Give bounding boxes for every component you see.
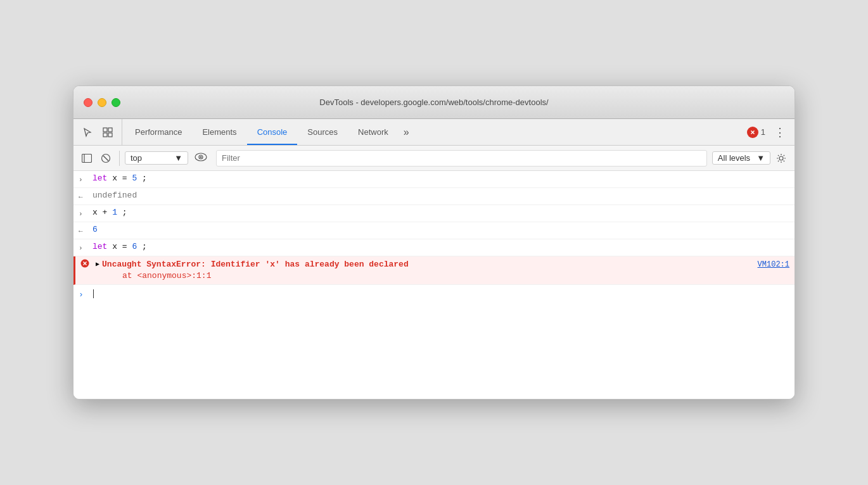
tab-console[interactable]: Console <box>247 119 298 145</box>
svg-point-13 <box>200 156 202 158</box>
error-badge-group: 1 <box>747 127 765 138</box>
clear-console-icon[interactable] <box>98 150 114 167</box>
error-count: 1 <box>761 127 765 137</box>
log-levels-selector[interactable]: All levels ▼ <box>712 151 770 165</box>
title-bar: DevTools - developers.google.com/web/too… <box>73 86 795 119</box>
window-title: DevTools - developers.google.com/web/too… <box>319 98 548 107</box>
tab-performance[interactable]: Performance <box>125 119 192 145</box>
context-selector[interactable]: top ▼ <box>125 151 188 165</box>
minimize-button[interactable] <box>98 98 106 107</box>
console-input-1: › let x = 5 ; <box>73 171 795 188</box>
tab-elements[interactable]: Elements <box>192 119 246 145</box>
error-sub: at <anonymous>:1:1 <box>102 270 758 282</box>
toolbar-separator <box>119 151 120 166</box>
svg-line-10 <box>103 156 108 161</box>
console-input-3: › let x = 6 ; <box>73 239 795 256</box>
console-input-2: › x + 1 ; <box>73 205 795 222</box>
more-tabs-button[interactable]: » <box>399 119 414 145</box>
tab-bar-icons <box>79 119 122 145</box>
svg-rect-3 <box>108 133 112 137</box>
tab-bar-right: 1 ⋮ <box>747 119 789 145</box>
live-expressions-icon[interactable] <box>191 151 211 165</box>
filter-input[interactable] <box>216 150 707 167</box>
output-arrow: ← <box>79 225 87 237</box>
input-arrow: › <box>79 208 87 220</box>
svg-rect-7 <box>82 154 92 162</box>
svg-point-14 <box>779 156 783 160</box>
console-output: › let x = 5 ; ← undefined › x + 1 ; <box>73 171 795 399</box>
cursor <box>93 289 94 298</box>
svg-rect-1 <box>108 128 112 132</box>
error-message: Uncaught SyntaxError: Identifier 'x' has… <box>102 260 409 269</box>
input-arrow: › <box>79 242 87 254</box>
cursor-icon[interactable] <box>79 123 96 141</box>
input-arrow: › <box>79 174 87 186</box>
close-button[interactable] <box>84 98 93 107</box>
menu-button[interactable]: ⋮ <box>770 123 789 142</box>
error-badge <box>747 127 758 138</box>
settings-icon[interactable] <box>773 150 789 167</box>
inspect-icon[interactable] <box>99 123 117 141</box>
console-output-2: ← 6 <box>73 222 795 239</box>
console-input-line[interactable]: › <box>73 285 795 303</box>
svg-rect-0 <box>103 128 107 132</box>
console-output-1: ← undefined <box>73 188 795 205</box>
expand-icon[interactable]: ▶ <box>96 259 99 270</box>
tab-network[interactable]: Network <box>348 119 399 145</box>
console-error: ▶ Uncaught SyntaxError: Identifier 'x' h… <box>73 256 795 285</box>
tab-bar: Performance Elements Console Sources Net… <box>73 119 795 146</box>
error-icon <box>80 259 91 271</box>
traffic-lights <box>84 98 120 107</box>
maximize-button[interactable] <box>112 98 120 107</box>
error-location[interactable]: VM102:1 <box>758 259 789 270</box>
svg-rect-2 <box>103 133 107 137</box>
devtools-window: DevTools - developers.google.com/web/too… <box>73 85 795 400</box>
console-toolbar: top ▼ All levels ▼ <box>73 146 795 171</box>
output-arrow: ← <box>79 191 87 203</box>
prompt-arrow: › <box>79 290 87 299</box>
tab-sources[interactable]: Sources <box>297 119 348 145</box>
sidebar-toggle-icon[interactable] <box>79 150 95 167</box>
